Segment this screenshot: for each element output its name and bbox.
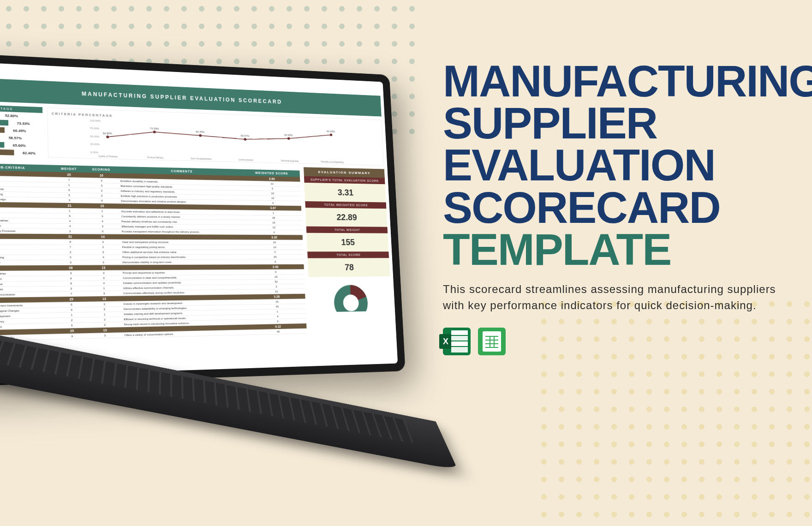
svg-point-8	[153, 131, 156, 133]
title-template-word: TEMPLATE	[443, 228, 784, 270]
title-line-3: EVALUATION	[443, 144, 784, 186]
title-line-1: MANUFACTURING	[443, 60, 784, 102]
svg-text:73.33%: 73.33%	[150, 127, 160, 130]
svg-text:On-time Delivery: On-time Delivery	[147, 156, 164, 159]
criteria-line-chart: CRITERIA PERCENTAGE 0.00%25.00%50.00%75.…	[47, 108, 384, 166]
svg-point-14	[244, 138, 246, 141]
template-screen: MANUFACTURING SUPPLIER EVALUATION SCOREC…	[0, 61, 398, 377]
criteria-percentage-label: 58.57%	[0, 135, 22, 140]
laptop-mockup: MANUFACTURING SUPPLIER EVALUATION SCOREC…	[0, 55, 452, 517]
laptop-bezel: MANUFACTURING SUPPLIER EVALUATION SCOREC…	[0, 53, 406, 387]
svg-text:52.80%: 52.80%	[103, 132, 113, 135]
criteria-bar	[0, 126, 5, 133]
svg-text:Flexibility and Adaptability: Flexibility and Adaptability	[321, 161, 344, 163]
app-icons-row	[443, 328, 784, 355]
scorecard-table: SUB-CRITERIAWEIGHTSCORINGCOMMENTSWEIGHTE…	[0, 163, 307, 341]
summary-value: 155	[306, 233, 388, 252]
svg-text:100.00%: 100.00%	[90, 119, 101, 122]
donut-chart-icon	[309, 276, 392, 312]
criteria-bar	[0, 141, 4, 148]
svg-point-5	[106, 136, 109, 138]
criteria-bar	[0, 149, 14, 155]
criteria-percentage-label: 73.33%	[8, 121, 30, 126]
criteria-percentage-label: 65.60%	[4, 143, 26, 147]
criteria-percentage-label: 66.45%	[5, 128, 26, 132]
svg-text:82.40%: 82.40%	[327, 130, 335, 133]
svg-point-11	[199, 134, 202, 137]
svg-text:25.00%: 25.00%	[90, 143, 100, 146]
svg-point-20	[330, 134, 333, 137]
criteria-percentage-label: 82.40%	[14, 150, 36, 155]
promo-title: MANUFACTURING SUPPLIER EVALUATION SCOREC…	[443, 60, 784, 270]
google-sheets-icon	[478, 328, 506, 355]
svg-text:Quality of Products: Quality of Products	[98, 155, 118, 158]
summary-value: 22.89	[305, 208, 388, 227]
title-line-2: SUPPLIER	[443, 102, 784, 144]
svg-point-17	[287, 137, 290, 140]
table-header-cell: SCORING	[84, 166, 118, 173]
svg-text:Technical Expertise: Technical Expertise	[281, 160, 299, 162]
criteria-percentage-label: 52.80%	[0, 113, 18, 118]
svg-text:58.57%: 58.57%	[241, 134, 250, 137]
svg-text:50.00%: 50.00%	[90, 135, 100, 138]
svg-text:65.60%: 65.60%	[284, 134, 293, 137]
table-header-cell: WEIGHT	[54, 165, 84, 173]
scorecard-table-wrap: SUB-CRITERIAWEIGHTSCORINGCOMMENTSWEIGHTE…	[0, 159, 307, 341]
criteria-bars-panel: ERIA PERCENTAGE 52.80%73.33%66.45%58.57%…	[0, 104, 43, 157]
summary-value: 78	[308, 258, 390, 277]
summary-label: TOTAL WEIGHT	[306, 227, 388, 233]
promo-description: This scorecard streamlines assessing man…	[443, 281, 784, 314]
svg-text:Cost Competitiveness: Cost Competitiveness	[191, 157, 212, 160]
svg-text:75.00%: 75.00%	[90, 127, 100, 130]
excel-icon	[443, 328, 471, 355]
promo-text-block: MANUFACTURING SUPPLIER EVALUATION SCOREC…	[443, 60, 784, 355]
svg-text:Communication: Communication	[239, 159, 253, 161]
svg-text:66.45%: 66.45%	[196, 131, 205, 133]
summary-label: TOTAL SCORE	[307, 251, 389, 258]
svg-text:0.00%: 0.00%	[90, 151, 99, 154]
title-line-4: SCORECARD	[443, 186, 784, 228]
table-row: Pricing Structure Clarity83Clear and tra…	[0, 239, 303, 245]
summary-value: 3.31	[304, 183, 386, 203]
table-row: Negotiation Flexibility72Flexible in neg…	[0, 245, 303, 250]
criteria-bar	[0, 119, 8, 126]
evaluation-summary-panel: EVALUATION SUMMARY SUPPLIER'S TOTAL EVAL…	[304, 167, 393, 334]
